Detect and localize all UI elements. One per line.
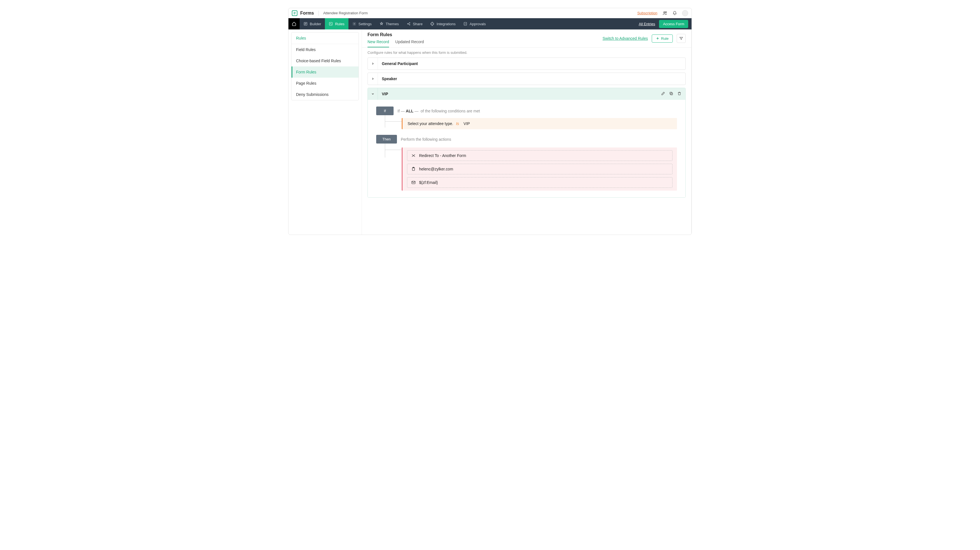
content-title: Form Rules bbox=[368, 32, 424, 37]
rule-actions bbox=[661, 91, 686, 97]
filter-button[interactable] bbox=[677, 34, 686, 43]
divider bbox=[318, 11, 319, 16]
nav-label: Themes bbox=[386, 22, 399, 26]
action-text: Redirect To - Another Form bbox=[419, 153, 466, 158]
filter-icon bbox=[679, 37, 683, 40]
nav-label: Approvals bbox=[469, 22, 486, 26]
subscription-link[interactable]: Subscription bbox=[637, 11, 657, 15]
nav-integrations[interactable]: Integrations bbox=[426, 18, 460, 29]
svg-rect-11 bbox=[670, 92, 672, 94]
content-head-left: Form Rules New Record Updated Record bbox=[368, 32, 424, 48]
nav-themes[interactable]: Themes bbox=[375, 18, 403, 29]
if-badge: If bbox=[376, 107, 394, 115]
topbar: Forms Attendee Registration Form Subscri… bbox=[288, 8, 692, 18]
mail-icon bbox=[411, 180, 416, 185]
then-tree: Redirect To - Another Form helenc@zylker… bbox=[385, 143, 677, 191]
nav-label: Builder bbox=[310, 22, 321, 26]
svg-point-7 bbox=[409, 22, 410, 23]
action-redirect: Redirect To - Another Form bbox=[407, 150, 673, 161]
delete-icon[interactable] bbox=[677, 91, 681, 97]
form-name: Attendee Registration Form bbox=[323, 11, 368, 15]
nav-builder[interactable]: Builder bbox=[300, 18, 325, 29]
condition-box: Select your attendee type. Is VIP bbox=[402, 118, 677, 129]
rule-title: General Participant bbox=[378, 61, 686, 66]
content: Form Rules New Record Updated Record Swi… bbox=[362, 29, 692, 235]
tab-new-record[interactable]: New Record bbox=[368, 40, 389, 48]
svg-point-5 bbox=[354, 23, 355, 24]
sidebar-item-page-rules[interactable]: Page Rules bbox=[291, 78, 358, 89]
rule-row-vip: VIP If If — ALL — bbox=[368, 88, 686, 198]
sidebar-heading: Rules bbox=[291, 32, 358, 44]
sidebar-card: Rules Field Rules Choice-based Field Rul… bbox=[291, 32, 359, 100]
nav-approvals[interactable]: Approvals bbox=[460, 18, 490, 29]
action-text: helenc@zylker.com bbox=[419, 167, 453, 171]
sidebar-item-form-rules[interactable]: Form Rules bbox=[291, 67, 358, 78]
rule-btn-label: Rule bbox=[661, 37, 668, 41]
topbar-right: Subscription bbox=[637, 10, 688, 16]
access-form-button[interactable]: Access Form bbox=[659, 20, 688, 28]
if-tree: Select your attendee type. Is VIP bbox=[385, 115, 677, 129]
nav-home[interactable] bbox=[288, 18, 300, 29]
redirect-icon bbox=[411, 153, 416, 158]
then-row: Then Perform the following actions bbox=[376, 135, 677, 143]
svg-point-2 bbox=[665, 11, 667, 13]
edit-icon[interactable] bbox=[661, 91, 665, 97]
rule-expanded-head[interactable]: VIP bbox=[368, 88, 686, 100]
action-text: ${zf:Email} bbox=[419, 180, 438, 185]
avatar[interactable] bbox=[682, 10, 688, 16]
expand-toggle[interactable] bbox=[368, 73, 378, 85]
collapse-toggle[interactable] bbox=[368, 88, 378, 100]
sidebar-item-deny-submissions[interactable]: Deny Submissions bbox=[291, 89, 358, 100]
brand-label: Forms bbox=[300, 11, 314, 16]
content-head-right: Switch to Advanced Rules Rule bbox=[602, 32, 686, 43]
nav-label: Integrations bbox=[436, 22, 455, 26]
navbar: Builder Rules Settings Themes Share Inte… bbox=[288, 18, 692, 29]
if-row: If If — ALL — of the following condition… bbox=[376, 107, 677, 115]
clipboard-icon bbox=[411, 167, 416, 171]
svg-rect-4 bbox=[329, 22, 332, 25]
content-head: Form Rules New Record Updated Record Swi… bbox=[362, 29, 691, 48]
content-description: Configure rules for what happens when th… bbox=[362, 48, 691, 57]
rule-row-speaker[interactable]: Speaker bbox=[368, 73, 686, 85]
nav-label: Share bbox=[413, 22, 423, 26]
nav-right: All Entries Access Form bbox=[639, 18, 692, 29]
tab-updated-record[interactable]: Updated Record bbox=[395, 40, 424, 48]
svg-point-8 bbox=[409, 24, 410, 25]
users-icon[interactable] bbox=[662, 11, 667, 16]
sidebar-item-field-rules[interactable]: Field Rules bbox=[291, 44, 358, 55]
nav-share[interactable]: Share bbox=[403, 18, 426, 29]
then-badge: Then bbox=[376, 135, 397, 143]
condition-operator: Is bbox=[456, 121, 459, 126]
chevron-right-icon bbox=[371, 62, 374, 65]
nav-rules[interactable]: Rules bbox=[325, 18, 348, 29]
chevron-down-icon bbox=[371, 92, 374, 95]
nav-label: Settings bbox=[358, 22, 372, 26]
svg-rect-10 bbox=[671, 93, 673, 95]
condition-field: Select your attendee type. bbox=[407, 121, 453, 126]
tabs: New Record Updated Record bbox=[368, 40, 424, 48]
then-text: Perform the following actions bbox=[401, 137, 451, 141]
action-assign: helenc@zylker.com bbox=[407, 164, 673, 174]
condition-value: VIP bbox=[464, 121, 470, 126]
advanced-rules-link[interactable]: Switch to Advanced Rules bbox=[602, 36, 648, 41]
sidebar-item-choice-rules[interactable]: Choice-based Field Rules bbox=[291, 55, 358, 67]
nav-settings[interactable]: Settings bbox=[348, 18, 375, 29]
rule-row-general[interactable]: General Participant bbox=[368, 57, 686, 70]
actions-wrap: Redirect To - Another Form helenc@zylker… bbox=[402, 148, 677, 191]
if-text: If — ALL — of the following conditions a… bbox=[398, 109, 480, 113]
rule-title: VIP bbox=[378, 92, 661, 96]
main: Rules Field Rules Choice-based Field Rul… bbox=[288, 29, 692, 235]
app-logo bbox=[292, 10, 298, 16]
app-frame: Forms Attendee Registration Form Subscri… bbox=[288, 8, 692, 235]
sidebar: Rules Field Rules Choice-based Field Rul… bbox=[288, 29, 362, 235]
copy-icon[interactable] bbox=[669, 91, 673, 97]
add-rule-button[interactable]: Rule bbox=[652, 35, 673, 43]
bell-icon[interactable] bbox=[673, 11, 677, 16]
nav-label: Rules bbox=[335, 22, 344, 26]
rule-body: If If — ALL — of the following condition… bbox=[368, 100, 686, 197]
rules-area: General Participant Speaker VIP bbox=[362, 57, 691, 203]
svg-point-1 bbox=[664, 11, 665, 13]
expand-toggle[interactable] bbox=[368, 58, 378, 70]
chevron-right-icon bbox=[371, 77, 374, 81]
all-entries-link[interactable]: All Entries bbox=[639, 22, 655, 26]
